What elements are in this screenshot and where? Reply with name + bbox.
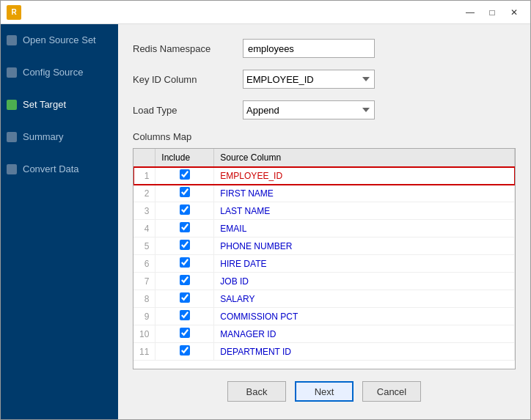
sidebar-dot-config-source <box>7 67 17 78</box>
row-include-cell <box>155 273 214 290</box>
row-source-column: DEPARTMENT ID <box>214 343 515 361</box>
row-source-column: LAST NAME <box>214 202 515 220</box>
row-num: 6 <box>133 255 155 273</box>
sidebar-item-open-source-set[interactable]: Open Source Set <box>1 24 118 56</box>
sidebar-dot-convert-data <box>7 164 17 174</box>
row-include-checkbox[interactable] <box>180 169 190 180</box>
sidebar-item-config-source[interactable]: Config Source <box>1 56 118 89</box>
row-source-column: PHONE NUMBER <box>214 237 515 255</box>
row-num: 8 <box>133 290 155 308</box>
sidebar-item-summary[interactable]: Summary <box>1 121 118 153</box>
sidebar-label-open-source-set: Open Source Set <box>23 34 96 46</box>
maximize-button[interactable]: □ <box>482 4 502 21</box>
row-num: 11 <box>133 343 155 361</box>
row-num: 2 <box>133 185 155 202</box>
row-source-column: JOB ID <box>214 273 515 290</box>
table-row: 3LAST NAME <box>133 202 515 220</box>
sidebar-label-config-source: Config Source <box>23 67 83 78</box>
key-id-column-label: Key ID Column <box>133 74 235 85</box>
columns-map-container: Include Source Column 1EMPLOYEE_ID2FIRST… <box>133 148 516 369</box>
row-include-checkbox[interactable] <box>180 222 190 232</box>
col-header-num <box>133 149 155 167</box>
row-source-column: EMAIL <box>214 220 515 237</box>
sidebar-label-convert-data: Convert Data <box>23 163 79 175</box>
sidebar-label-set-target: Set Target <box>23 99 66 111</box>
title-bar-controls: — □ ✕ <box>460 4 524 21</box>
row-include-checkbox[interactable] <box>180 328 190 338</box>
sidebar-label-summary: Summary <box>23 131 64 143</box>
row-include-cell <box>155 325 214 343</box>
columns-table: Include Source Column 1EMPLOYEE_ID2FIRST… <box>133 149 515 361</box>
close-button[interactable]: ✕ <box>504 4 524 21</box>
row-num: 5 <box>133 237 155 255</box>
row-source-column: FIRST NAME <box>214 185 515 202</box>
sidebar-dot-open-source-set <box>7 35 17 45</box>
row-num: 4 <box>133 220 155 237</box>
row-include-cell <box>155 343 214 361</box>
table-row: 6HIRE DATE <box>133 255 515 273</box>
footer-buttons: Back Next Cancel <box>133 369 516 405</box>
table-row: 9COMMISSION PCT <box>133 308 515 325</box>
row-source-column: SALARY <box>214 290 515 308</box>
row-include-cell <box>155 255 214 273</box>
sidebar-item-set-target[interactable]: Set Target <box>1 89 118 121</box>
key-id-column-select[interactable]: EMPLOYEE_ID FIRST_NAME LAST_NAME <box>243 70 375 89</box>
row-include-cell <box>155 167 214 185</box>
sidebar: Open Source Set Config Source Set Target… <box>1 24 118 419</box>
app-icon: R <box>7 5 21 20</box>
columns-map-section-title: Columns Map <box>133 131 516 142</box>
row-source-column: COMMISSION PCT <box>214 308 515 325</box>
table-header-row: Include Source Column <box>133 149 515 167</box>
row-include-cell <box>155 308 214 325</box>
table-row: 8SALARY <box>133 290 515 308</box>
load-type-select[interactable]: Append Replace Update <box>243 100 375 119</box>
table-row: 11DEPARTMENT ID <box>133 343 515 361</box>
load-type-label: Load Type <box>133 105 235 116</box>
back-button[interactable]: Back <box>227 381 286 402</box>
row-num: 7 <box>133 273 155 290</box>
key-id-column-row: Key ID Column EMPLOYEE_ID FIRST_NAME LAS… <box>133 70 516 89</box>
minimize-button[interactable]: — <box>460 4 480 21</box>
row-include-checkbox[interactable] <box>180 310 190 320</box>
row-source-column: EMPLOYEE_ID <box>214 167 515 185</box>
columns-table-body: 1EMPLOYEE_ID2FIRST NAME3LAST NAME4EMAIL5… <box>133 167 515 361</box>
row-include-cell <box>155 220 214 237</box>
main-window: R — □ ✕ Open Source Set Config Source Se… <box>0 0 531 420</box>
table-row: 4EMAIL <box>133 220 515 237</box>
sidebar-dot-summary <box>7 132 17 142</box>
cancel-button[interactable]: Cancel <box>362 381 421 402</box>
row-num: 3 <box>133 202 155 220</box>
row-include-cell <box>155 237 214 255</box>
table-row: 10MANAGER ID <box>133 325 515 343</box>
row-include-checkbox[interactable] <box>180 187 190 197</box>
table-row: 2FIRST NAME <box>133 185 515 202</box>
row-num: 9 <box>133 308 155 325</box>
table-row: 5PHONE NUMBER <box>133 237 515 255</box>
row-source-column: HIRE DATE <box>214 255 515 273</box>
sidebar-dot-set-target <box>7 100 17 110</box>
col-header-include: Include <box>155 149 214 167</box>
redis-namespace-label: Redis Namespace <box>133 43 235 54</box>
row-include-checkbox[interactable] <box>180 345 190 355</box>
row-include-checkbox[interactable] <box>180 257 190 268</box>
row-include-checkbox[interactable] <box>180 205 190 215</box>
sidebar-item-convert-data[interactable]: Convert Data <box>1 153 118 185</box>
table-row: 1EMPLOYEE_ID <box>133 167 515 185</box>
table-row: 7JOB ID <box>133 273 515 290</box>
next-button[interactable]: Next <box>295 381 354 402</box>
load-type-row: Load Type Append Replace Update <box>133 100 516 119</box>
row-include-cell <box>155 290 214 308</box>
row-source-column: MANAGER ID <box>214 325 515 343</box>
redis-namespace-input[interactable] <box>243 39 375 58</box>
row-include-checkbox[interactable] <box>180 275 190 285</box>
content-area: Redis Namespace Key ID Column EMPLOYEE_I… <box>118 24 530 419</box>
row-include-cell <box>155 185 214 202</box>
row-include-checkbox[interactable] <box>180 240 190 250</box>
main-content: Open Source Set Config Source Set Target… <box>1 24 530 419</box>
row-include-checkbox[interactable] <box>180 292 190 303</box>
col-header-source: Source Column <box>214 149 515 167</box>
row-num: 10 <box>133 325 155 343</box>
title-bar: R — □ ✕ <box>1 1 530 24</box>
redis-namespace-row: Redis Namespace <box>133 39 516 58</box>
row-num: 1 <box>133 167 155 185</box>
